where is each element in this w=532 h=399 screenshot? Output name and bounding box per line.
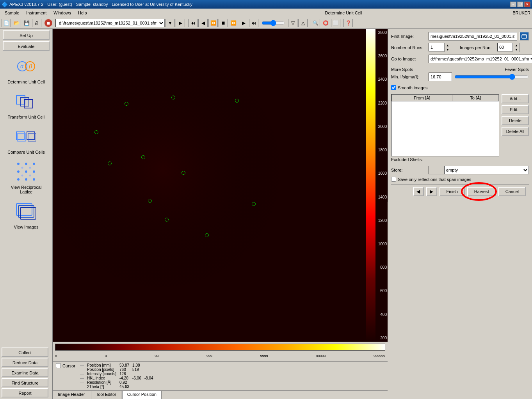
save-reflections-checkbox[interactable] [391,177,396,182]
svg-point-15 [25,170,27,173]
sidebar-item-transform[interactable]: Transform Unit Cell [3,87,50,121]
browse-button[interactable]: ▼ [165,19,175,27]
new-button[interactable]: 📄 [2,19,11,27]
stop2-button[interactable]: ⏹ [219,19,228,27]
zoom-slider[interactable] [262,20,285,26]
harvest-button[interactable]: Harvest [467,187,496,196]
excluded-shells-section: From [Å] To [Å] Add... Edit... [391,92,529,162]
diffraction-canvas [53,29,170,87]
zoom-up[interactable]: △ [298,19,308,27]
num-runs-up[interactable]: ▲ [445,43,451,48]
prev-button[interactable]: ◀ [198,19,208,27]
report-button[interactable]: Report [2,388,48,397]
svg-rect-27 [522,35,527,38]
spot-8 [148,199,152,203]
images-per-run-arrows: ▲ ▼ [513,43,520,52]
num-runs-down[interactable]: ▼ [445,48,451,52]
images-per-run-label: Images per Run: [460,45,495,50]
setup-button[interactable]: Set Up [3,30,50,40]
first-image-browse[interactable] [520,32,529,41]
first-image-row: First Image: [391,32,529,41]
info-intensity-label: Intensity [counts] [85,372,118,376]
cancel-button[interactable]: Cancel [498,187,526,196]
titlebar: 🔷 APEX3 v2018.7-2 - User: (guest) - Samp… [0,0,532,9]
delete-all-button[interactable]: Delete All [502,127,529,136]
images-per-run-input[interactable] [497,43,513,51]
go-to-image-select[interactable]: d:\frames\guest\m19252\mo_m19252_01_0001… [429,55,532,63]
menu-help[interactable]: Help [75,10,90,16]
prev2-button[interactable]: ⏪ [208,19,218,27]
stop-button[interactable]: ■ [44,19,52,27]
colorbar: 2800 2600 2400 2200 2000 1800 1600 1400 … [366,29,388,342]
circle-btn[interactable]: ⭕ [321,19,330,27]
restore-button[interactable]: ❐ [517,2,523,7]
diffraction-image[interactable]: 2800 2600 2400 2200 2000 1800 1600 1400 … [53,29,388,342]
menu-windows[interactable]: Windows [50,10,74,16]
next-button[interactable]: ▶ [239,19,248,27]
excluded-shells-table: From [Å] To [Å] [391,94,499,156]
num-runs-input[interactable] [429,43,444,51]
minimize-button[interactable]: − [510,2,516,7]
svg-point-18 [25,178,27,181]
center-area: 2800 2600 2400 2200 2000 1800 1600 1400 … [53,29,388,399]
next2-button[interactable]: ⏩ [229,19,238,27]
find-structure-button[interactable]: Find Structure [2,378,48,387]
sidebar: Set Up Evaluate α β Determine Unit Cell [0,29,53,399]
tab-image-header[interactable]: Image Header [53,391,90,399]
toolbar: 📄 📂 💾 🖨 ■ d:\frames\guest\m19252\mo_m192… [0,17,532,29]
close-button[interactable]: ✕ [524,2,530,7]
cursor-checkbox[interactable] [56,363,61,368]
save-button[interactable]: 💾 [22,19,31,27]
evaluate-button[interactable]: Evaluate [3,41,50,51]
add-button[interactable]: Add... [502,94,529,103]
help-btn[interactable]: ❓ [343,19,353,27]
svg-point-21 [29,167,31,169]
sidebar-item-compare[interactable]: Compare Unit Cells [3,122,50,156]
svg-point-23 [29,175,31,177]
edit-button[interactable]: Edit... [502,105,529,114]
info-pos-px-v2: 519 [131,367,143,372]
svg-text:β: β [28,63,32,69]
next-nav-btn[interactable]: ▶ [426,187,437,196]
examine-data-button[interactable]: Examine Data [2,368,48,377]
svg-point-13 [33,163,35,165]
sidebar-item-lattice[interactable]: View Reciprocal Lattice [3,158,50,196]
first-button[interactable]: ⏮ [188,19,197,27]
first-image-input[interactable] [429,32,517,41]
cb-label-8: 1200 [376,218,388,223]
store-select[interactable]: empty [444,166,529,174]
collect-button[interactable]: Collect [2,348,48,357]
tick-99999: 99999 [316,354,326,360]
sidebar-item-images[interactable]: View Images [3,197,50,231]
last-button[interactable]: ⏭ [249,19,258,27]
menu-instrument[interactable]: Instrument [23,10,50,16]
open-button[interactable]: 📂 [12,19,21,27]
histogram-bar[interactable] [55,344,385,351]
save-reflections-row: Save only reflections that span images [391,177,529,182]
images-per-run-up[interactable]: ▲ [513,43,520,48]
prev-nav-btn[interactable]: ◀ [413,187,424,196]
square-btn[interactable]: ⬜ [331,19,340,27]
min-isigma-input[interactable] [429,73,452,81]
smooth-checkbox[interactable] [391,85,396,90]
info-pos-px-v1: 760 [118,367,131,372]
path-dropdown[interactable]: d:\frames\guest\m19252\mo_m19252_01_0001… [55,19,165,27]
tab-cursor-position[interactable]: Cursor Position [122,391,162,399]
reduce-data-button[interactable]: Reduce Data [2,358,48,367]
excluded-shells-label-row: Excluded Shells: [391,157,529,162]
sigma-slider[interactable] [454,74,529,80]
delete-button[interactable]: Delete [502,116,529,125]
print-button[interactable]: 🖨 [32,19,41,27]
search-icon-btn[interactable]: 🔍 [311,19,320,27]
sidebar-item-determine[interactable]: α β Determine Unit Cell [3,52,50,86]
spot-7 [181,171,185,175]
images-per-run-down[interactable]: ▼ [513,48,520,52]
finish-button[interactable]: Finish [439,187,465,196]
zoom-down[interactable]: ▽ [288,19,297,27]
tab-tool-editor[interactable]: Tool Editor [91,391,121,399]
cb-label-10: 800 [376,265,388,270]
tick-999999: 999999 [374,354,385,360]
go-button[interactable]: ▶ [176,19,185,27]
num-runs-label: Number of Runs: [391,45,426,50]
menu-sample[interactable]: Sample [2,10,22,16]
